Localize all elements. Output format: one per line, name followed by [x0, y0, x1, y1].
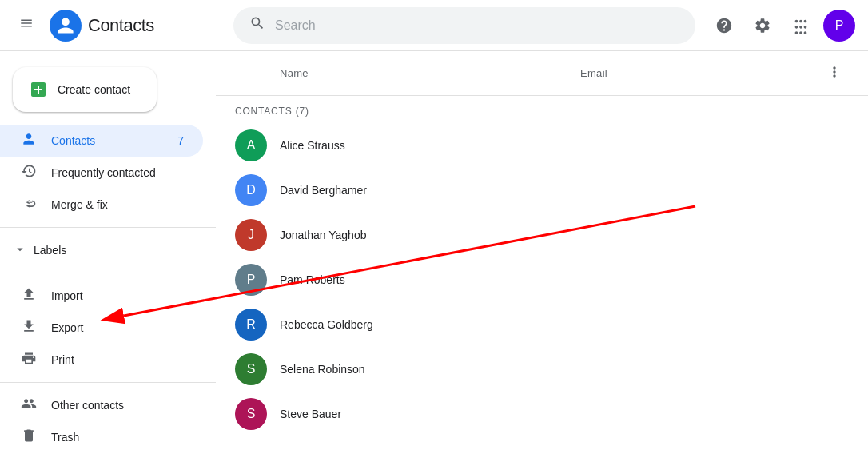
create-contact-button[interactable]: Create contact	[13, 67, 157, 112]
trash-icon	[19, 428, 38, 448]
email-column-header: Email	[580, 67, 820, 79]
other-contacts-label: Other contacts	[51, 399, 184, 412]
chevron-down-icon	[13, 242, 27, 259]
labels-section-header[interactable]: Labels	[0, 234, 216, 266]
sidebar-item-frequently-contacted[interactable]: Frequently contacted	[0, 157, 203, 189]
app-header: Contacts	[0, 0, 868, 51]
sidebar-item-trash[interactable]: Trash	[0, 421, 203, 453]
settings-button[interactable]	[747, 10, 778, 42]
avatar: A	[235, 129, 267, 161]
contact-name: Pam Roberts	[280, 273, 609, 286]
contacts-badge: 7	[177, 134, 184, 147]
avatar: P	[235, 264, 267, 296]
search-icon	[249, 15, 265, 35]
sidebar-item-other-contacts[interactable]: Other contacts	[0, 389, 203, 421]
group-icon	[19, 396, 38, 416]
contact-name: Steve Bauer	[280, 408, 609, 420]
table-row[interactable]: J Jonathan Yaghob	[216, 213, 868, 257]
table-row[interactable]: S Selena Robinson	[216, 347, 868, 392]
profile-avatar[interactable]: P	[823, 10, 855, 42]
table-row[interactable]: A Alice Strauss	[216, 123, 868, 168]
help-button[interactable]	[708, 10, 740, 42]
main-layout: Create contact Contacts 7	[0, 51, 868, 474]
contact-name: Selena Robinson	[280, 363, 609, 376]
apps-button[interactable]	[785, 10, 817, 42]
sidebar-item-merge-fix[interactable]: Merge & fix	[0, 189, 203, 221]
labels-label: Labels	[34, 244, 66, 257]
contacts-icon	[19, 131, 38, 151]
sidebar-divider-3	[0, 382, 216, 383]
contacts-section-label: CONTACTS (7)	[216, 96, 868, 123]
import-label: Import	[51, 289, 184, 302]
export-icon	[19, 318, 38, 338]
sidebar-item-export[interactable]: Export	[0, 312, 203, 344]
contacts-list: CONTACTS (7) A Alice Strauss D David Ber…	[216, 96, 868, 474]
sidebar-divider-1	[0, 227, 216, 228]
sidebar-item-import[interactable]: Import	[0, 280, 203, 312]
create-contact-label: Create contact	[58, 83, 130, 96]
contacts-label: Contacts	[51, 134, 165, 147]
table-row[interactable]: S Steve Bauer	[216, 392, 868, 436]
contact-name: Alice Strauss	[280, 139, 609, 152]
export-label: Export	[51, 321, 184, 334]
avatar: S	[235, 398, 267, 430]
clock-icon	[19, 163, 38, 183]
sidebar: Create contact Contacts 7	[0, 51, 216, 474]
content-area: Name Email CONTACTS (7) A Alice Strauss	[216, 51, 868, 474]
contact-name: David Berghamer	[280, 184, 609, 197]
avatar: D	[235, 174, 267, 206]
plus-icon	[29, 80, 48, 99]
frequently-contacted-label: Frequently contacted	[51, 166, 184, 179]
trash-label: Trash	[51, 431, 184, 444]
avatar: S	[235, 353, 267, 385]
sidebar-item-contacts[interactable]: Contacts 7	[0, 125, 203, 157]
avatar: J	[235, 219, 267, 251]
merge-fix-label: Merge & fix	[51, 198, 184, 211]
sidebar-item-print[interactable]: Print	[0, 344, 203, 376]
print-label: Print	[51, 353, 184, 366]
table-row[interactable]: R Rebecca Goldberg	[216, 302, 868, 347]
more-options-button[interactable]	[820, 58, 849, 89]
name-column-header: Name	[280, 67, 580, 79]
import-icon	[19, 286, 38, 306]
app-title: Contacts	[88, 15, 154, 36]
search-bar[interactable]	[233, 7, 695, 44]
table-row[interactable]: D David Berghamer	[216, 168, 868, 213]
search-input[interactable]	[275, 18, 679, 33]
merge-icon	[19, 195, 38, 215]
hamburger-menu-button[interactable]	[13, 10, 40, 41]
contact-name: Jonathan Yaghob	[280, 229, 609, 241]
header-right: P	[708, 10, 855, 42]
logo-area: Contacts	[50, 10, 154, 42]
table-row[interactable]: P Pam Roberts	[216, 257, 868, 302]
app-logo	[50, 10, 82, 42]
print-icon	[19, 350, 38, 370]
avatar: R	[235, 309, 267, 341]
header-left: Contacts	[13, 10, 221, 42]
sidebar-divider-2	[0, 273, 216, 273]
content-header: Name Email	[216, 51, 868, 96]
contact-name: Rebecca Goldberg	[280, 318, 609, 331]
